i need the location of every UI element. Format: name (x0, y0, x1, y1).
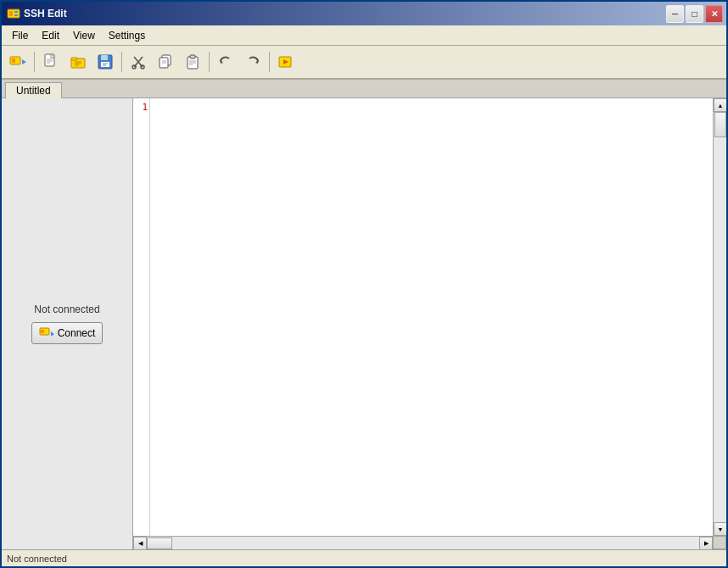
status-bar-text: Not connected (7, 554, 67, 564)
v-scroll-track[interactable] (714, 112, 726, 522)
connect-button-label: Connect (58, 327, 96, 339)
connect-button[interactable]: Connect (31, 322, 104, 344)
minimize-button[interactable]: ─ (666, 5, 684, 23)
scroll-up-button[interactable]: ▲ (714, 98, 726, 112)
svg-rect-15 (71, 58, 77, 60)
main-area: Not connected Connect 1 ▲ (2, 98, 726, 549)
main-window: SSH Edit ─ □ ✕ File Edit View Settings (0, 0, 728, 568)
toolbar-sep-3 (209, 52, 210, 72)
svg-rect-5 (12, 58, 15, 63)
line-number-1: 1 (135, 102, 148, 115)
menu-edit[interactable]: Edit (35, 28, 66, 43)
title-bar: SSH Edit ─ □ ✕ (2, 2, 726, 25)
toolbar-open-button[interactable] (65, 49, 91, 75)
tab-bar: Untitled (2, 80, 726, 98)
svg-rect-33 (190, 55, 195, 58)
connect-button-icon (39, 326, 54, 341)
menu-view[interactable]: View (66, 28, 102, 43)
maximize-button[interactable]: □ (686, 5, 703, 23)
h-scroll-track[interactable] (147, 537, 699, 549)
window-title: SSH Edit (24, 8, 67, 19)
svg-rect-20 (101, 55, 108, 60)
toolbar-redo-button[interactable] (240, 49, 266, 75)
menu-bar: File Edit View Settings (2, 25, 726, 46)
editor-content[interactable] (150, 98, 726, 549)
toolbar-sep-2 (121, 52, 122, 72)
status-bar: Not connected (2, 549, 726, 566)
toolbar-new-button[interactable] (38, 49, 64, 75)
toolbar (2, 46, 726, 80)
v-scroll-thumb[interactable] (714, 112, 726, 137)
menu-settings[interactable]: Settings (102, 28, 152, 43)
editor-area: 1 ▲ ▼ ◀ ▶ (133, 98, 726, 549)
toolbar-paste-button[interactable] (180, 49, 205, 75)
editor-scroll-area: 1 ▲ ▼ (133, 98, 726, 549)
svg-rect-1 (9, 11, 13, 16)
horizontal-scrollbar[interactable]: ◀ ▶ (133, 536, 713, 549)
line-numbers: 1 (133, 98, 150, 549)
svg-rect-2 (14, 11, 18, 13)
svg-marker-6 (22, 59, 26, 64)
connection-status-text: Not connected (34, 303, 99, 315)
window-controls: ─ □ ✕ (666, 5, 723, 23)
toolbar-run-button[interactable] (273, 49, 299, 75)
scrollbar-corner (713, 536, 726, 549)
toolbar-connect-button[interactable] (5, 49, 31, 75)
vertical-scrollbar[interactable]: ▲ ▼ (713, 98, 726, 536)
app-icon (7, 7, 20, 20)
toolbar-copy-button[interactable] (153, 49, 178, 75)
h-scroll-thumb[interactable] (147, 537, 172, 549)
toolbar-sep-4 (269, 52, 270, 72)
svg-marker-43 (51, 331, 54, 337)
tab-untitled[interactable]: Untitled (5, 82, 62, 98)
svg-rect-21 (101, 62, 109, 67)
svg-rect-3 (14, 14, 18, 16)
toolbar-cut-button[interactable] (126, 49, 151, 75)
svg-rect-42 (41, 330, 44, 333)
scroll-right-button[interactable]: ▶ (699, 537, 713, 549)
menu-file[interactable]: File (5, 28, 35, 43)
close-button[interactable]: ✕ (705, 5, 723, 23)
scroll-left-button[interactable]: ◀ (133, 537, 147, 549)
scroll-down-button[interactable]: ▼ (714, 522, 726, 536)
toolbar-undo-button[interactable] (213, 49, 238, 75)
title-bar-left: SSH Edit (7, 7, 67, 20)
toolbar-save-button[interactable] (92, 49, 118, 75)
left-panel: Not connected Connect (2, 98, 133, 549)
toolbar-sep-1 (34, 52, 35, 72)
